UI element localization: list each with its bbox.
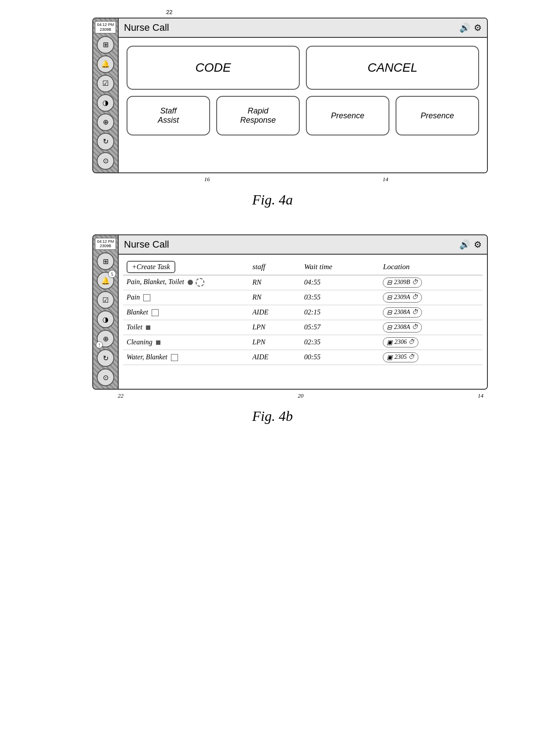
presence-button-2[interactable]: Presence bbox=[396, 96, 479, 135]
half-circle-icon-btn[interactable]: ◑ bbox=[97, 94, 114, 112]
figure-4b-label: Fig. 4b bbox=[252, 408, 293, 424]
sidebar-item-24d[interactable]: 24d ◑ bbox=[97, 94, 114, 112]
staff-cell: RN bbox=[249, 290, 301, 305]
plus-circle-icon-btn[interactable]: ⊕ bbox=[97, 113, 114, 131]
gear-icon-b[interactable]: ⚙ bbox=[474, 239, 482, 250]
sidebar-b-item-24e[interactable]: 24e ⊕ ! bbox=[97, 330, 114, 347]
table-row: Pain, Blanket, Toilet RN 04:55 ⊟ bbox=[123, 275, 483, 290]
location-badge[interactable]: ⊟ 2309B ⏱ bbox=[383, 278, 422, 288]
col-wait-header: Wait time bbox=[301, 259, 380, 275]
location-text: 2305 bbox=[394, 354, 407, 361]
sound-icon-b[interactable]: 🔊 bbox=[459, 239, 470, 250]
figure-4a-label: Fig. 4a bbox=[252, 192, 293, 208]
sidebar-b-item-24f[interactable]: 24f ↻ bbox=[97, 349, 114, 367]
task-text: Pain, Blanket, Toilet bbox=[127, 278, 184, 285]
sidebar-b-item-24g[interactable]: 24g ⊙ bbox=[97, 369, 114, 386]
location-badge[interactable]: ▣ 2306 ⏱ bbox=[383, 337, 418, 347]
sidebar-item-24f[interactable]: 24f ↻ bbox=[97, 133, 114, 150]
gear-icon[interactable]: ⚙ bbox=[474, 22, 482, 33]
ref-22-top: 22 bbox=[166, 9, 172, 15]
location-badge[interactable]: ⊟ 2309A ⏱ bbox=[383, 292, 422, 303]
location-text: 2308A bbox=[394, 324, 410, 331]
location-cell: ▣ 2305 ⏱ bbox=[379, 350, 483, 365]
location-cell: ⊟ 2309B ⏱ bbox=[379, 275, 483, 290]
square-indicator bbox=[156, 340, 160, 345]
staff-assist-button[interactable]: StaffAssist bbox=[127, 96, 210, 135]
clock-icon: ⏱ bbox=[408, 339, 414, 346]
circle-icon-btn-b[interactable]: ⊙ bbox=[97, 369, 114, 386]
time-room-display: 04:12 PM 2309B bbox=[95, 21, 116, 33]
square-indicator bbox=[146, 325, 150, 330]
clock-icon: ⏱ bbox=[412, 294, 418, 301]
checkbox-indicator bbox=[171, 354, 178, 361]
refresh-icon-btn[interactable]: ↻ bbox=[97, 133, 114, 150]
refresh-icon-btn-b[interactable]: ↻ bbox=[97, 349, 114, 367]
ref-20-b: 20 bbox=[298, 392, 304, 399]
location-cell: ⊟ 2309A ⏱ bbox=[379, 290, 483, 305]
sidebar-4b: 04:12 PM 2309B 24a ⊞ 24b 🔔 5 bbox=[93, 235, 119, 389]
sidebar-item-24e[interactable]: 24e ⊕ bbox=[97, 113, 114, 131]
rapid-response-button[interactable]: RapidResponse bbox=[216, 96, 300, 135]
task-text: Blanket bbox=[127, 308, 148, 316]
table-row: Water, Blanket AIDE 00:55 ▣ 2305 bbox=[123, 350, 483, 365]
half-circle-icon-btn-b[interactable]: ◑ bbox=[97, 310, 114, 328]
location-icon: ⊟ bbox=[387, 309, 392, 316]
header-bar-b: Nurse Call 🔊 ⚙ bbox=[119, 235, 487, 255]
location-text: 2308A bbox=[394, 309, 410, 316]
ref-14-b: 14 bbox=[478, 392, 483, 399]
sidebar-b-item-24b[interactable]: 24b 🔔 5 bbox=[97, 272, 114, 289]
task-cell: Pain, Blanket, Toilet bbox=[123, 275, 249, 290]
sidebar-item-24b[interactable]: 24b 🔔 bbox=[97, 55, 114, 73]
check-icon-btn-b[interactable]: ☑ bbox=[97, 291, 114, 309]
checkbox-indicator bbox=[152, 309, 159, 316]
location-badge[interactable]: ▣ 2305 ⏱ bbox=[383, 352, 418, 362]
main-content-4a: Nurse Call 🔊 ⚙ CODE CANCEL bbox=[119, 18, 487, 172]
task-text: Pain bbox=[127, 293, 140, 301]
task-cell: Blanket bbox=[123, 305, 249, 320]
cancel-button[interactable]: CANCEL bbox=[306, 46, 479, 90]
bell-icon-btn-b[interactable]: 🔔 5 bbox=[97, 272, 114, 289]
col-staff-header: staff bbox=[249, 259, 301, 275]
sidebar-b-item-24a[interactable]: 24a ⊞ bbox=[97, 252, 114, 270]
location-badge[interactable]: ⊟ 2308A ⏱ bbox=[383, 322, 422, 332]
check-icon-btn[interactable]: ☑ bbox=[97, 75, 114, 92]
bell-icon-btn[interactable]: 🔔 bbox=[97, 55, 114, 73]
wait-cell: 02:35 bbox=[301, 335, 380, 350]
table-header-row: +Create Task staff Wait time Location bbox=[123, 259, 483, 275]
location-icon: ▣ bbox=[387, 339, 392, 346]
checkbox-indicator bbox=[143, 294, 150, 301]
sidebar-item-24a[interactable]: 24a ⊞ bbox=[97, 36, 114, 54]
location-icon: ⊟ bbox=[387, 279, 392, 286]
task-text: Water, Blanket bbox=[127, 353, 167, 361]
code-button[interactable]: CODE bbox=[127, 46, 300, 90]
location-text: 2309A bbox=[394, 294, 410, 301]
task-cell: Water, Blanket bbox=[123, 350, 249, 365]
app-title-b: Nurse Call bbox=[124, 239, 455, 250]
plus-circle-icon-btn-b[interactable]: ⊕ ! bbox=[97, 330, 114, 347]
button-row-2: StaffAssist RapidResponse Presence Prese… bbox=[127, 96, 479, 135]
sidebar-item-24g[interactable]: 24g ⊙ bbox=[97, 152, 114, 170]
time-room-display-b: 04:12 PM 2309B bbox=[95, 238, 116, 250]
location-badge[interactable]: ⊟ 2308A ⏱ bbox=[383, 307, 422, 318]
circle-icon-btn[interactable]: ⊙ bbox=[97, 152, 114, 170]
grid-icon-btn-b[interactable]: ⊞ bbox=[97, 252, 114, 270]
create-task-button[interactable]: +Create Task bbox=[127, 261, 175, 273]
grid-icon-btn[interactable]: ⊞ bbox=[97, 36, 114, 54]
figure-4a: 22 04:12 PM 2309B 24a ⊞ bbox=[26, 18, 519, 208]
presence-button-1[interactable]: Presence bbox=[306, 96, 389, 135]
sidebar-item-24c[interactable]: 24c ☑ bbox=[97, 75, 114, 92]
table-row: Blanket AIDE 02:15 ⊟ 2308A bbox=[123, 305, 483, 320]
sidebar-b-item-24c[interactable]: 24c ☑ bbox=[97, 291, 114, 309]
figure-4b: 04:12 PM 2309B 24a ⊞ 24b 🔔 5 bbox=[26, 234, 519, 425]
ref-22-b: 22 bbox=[118, 392, 124, 399]
staff-cell: RN bbox=[249, 275, 301, 290]
dot-indicator bbox=[188, 280, 193, 285]
staff-cell: AIDE bbox=[249, 350, 301, 365]
ref-14: 14 bbox=[383, 176, 389, 183]
sound-icon[interactable]: 🔊 bbox=[459, 22, 470, 33]
table-row: Cleaning LPN 02:35 ▣ 2306 bbox=[123, 335, 483, 350]
sidebar-b-item-24d[interactable]: 24d ◑ bbox=[97, 310, 114, 328]
col-task: +Create Task bbox=[123, 259, 249, 275]
location-text: 2309B bbox=[394, 279, 410, 286]
wait-cell: 02:15 bbox=[301, 305, 380, 320]
